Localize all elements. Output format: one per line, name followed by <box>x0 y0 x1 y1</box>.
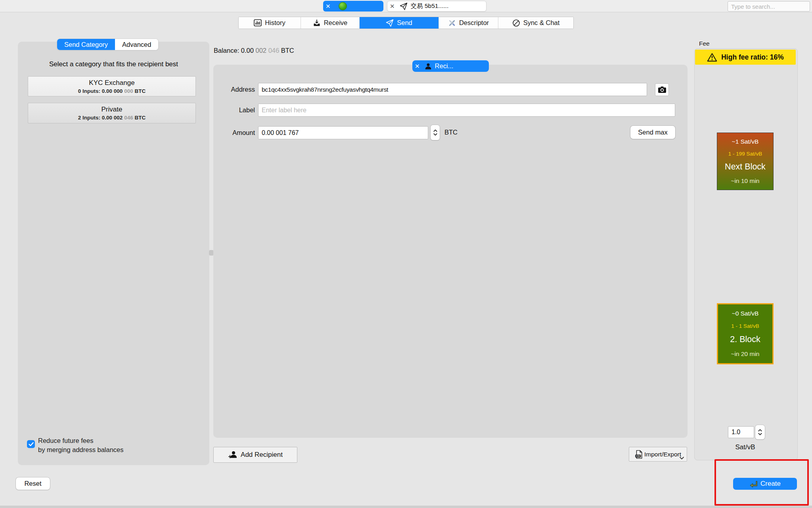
inbox-receive-icon <box>313 19 321 27</box>
category-heading: Select a category that fits the recipien… <box>18 60 209 68</box>
balance-text: Balance: 0.00 002 046 BTC <box>214 47 294 54</box>
fee-rate: ~1 Sat/vB <box>732 138 759 145</box>
fee-eta: ~in 10 min <box>731 177 760 185</box>
amount-label: Amount <box>194 129 255 137</box>
tab-label: Sync & Chat <box>523 19 560 27</box>
fee-name: 2. Block <box>730 335 760 344</box>
reduce-fees-checkbox[interactable] <box>27 440 35 448</box>
send-max-button[interactable]: Send max <box>630 126 675 139</box>
tab-label: Send Category <box>64 41 108 48</box>
camera-icon <box>658 86 666 93</box>
chevron-down-icon <box>679 456 684 460</box>
paper-plane-icon <box>400 2 408 10</box>
tab-history[interactable]: History <box>239 17 301 29</box>
recipient-tab-label: Reci... <box>435 62 454 70</box>
reset-button[interactable]: Reset <box>16 477 50 490</box>
address-label: Address <box>194 86 255 93</box>
create-button[interactable]: Create <box>733 478 797 490</box>
tab-send-category[interactable]: Send Category <box>57 39 115 50</box>
close-icon[interactable]: ✕ <box>387 3 397 9</box>
fee-warning-banner: High fee ratio: 16% <box>695 50 796 65</box>
main-nav-tabs: History Receive Send Descriptor <box>238 17 574 29</box>
tab-label: History <box>265 19 285 27</box>
address-input[interactable] <box>258 83 647 96</box>
fee-rate-unit: Sat/vB <box>717 443 774 451</box>
fee-option-next-block[interactable]: ~1 Sat/vB 1 - 199 Sat/vB Next Block ~in … <box>717 133 774 190</box>
fee-option-2nd-block[interactable]: ~0 Sat/vB 1 - 1 Sat/vB 2. Block ~in 20 m… <box>717 303 774 364</box>
warning-triangle-icon <box>707 53 717 62</box>
fee-eta: ~in 20 min <box>731 350 760 358</box>
tab-label: Receive <box>324 19 348 27</box>
import-export-dropdown[interactable]: CSV Import/Export <box>629 447 687 462</box>
fee-warning-text: High fee ratio: 16% <box>721 53 784 62</box>
import-export-label: Import/Export <box>644 451 681 458</box>
history-chart-icon <box>254 19 262 27</box>
category-balance: 0 Inputs: 0.00 000 000 BTC <box>28 88 195 94</box>
paper-plane-icon <box>386 19 394 27</box>
close-icon[interactable]: ✕ <box>323 3 333 9</box>
amount-stepper[interactable] <box>431 125 440 140</box>
fee-rate-input[interactable] <box>728 426 754 438</box>
fee-panel <box>694 48 798 460</box>
add-recipient-button[interactable]: Add Recipient <box>213 447 297 463</box>
category-title: Private <box>28 106 195 114</box>
amount-input[interactable] <box>258 126 428 139</box>
category-title: KYC Exchange <box>28 79 195 87</box>
transaction-tab-label: 交易 5b51...... <box>411 2 449 10</box>
tab-sync-chat[interactable]: Sync & Chat <box>498 17 573 29</box>
category-private-button[interactable]: Private 2 Inputs: 0.00 002 046 BTC <box>28 103 196 123</box>
fee-name: Next Block <box>725 162 766 172</box>
wallet-window: ✕ ✕ 交易 5b51...... History <box>0 0 812 508</box>
compose-pen-icon <box>512 19 520 27</box>
sidebar-tabs: Send Category Advanced <box>57 38 159 50</box>
fee-range: 1 - 1 Sat/vB <box>731 323 759 329</box>
tab-receive[interactable]: Receive <box>301 17 359 29</box>
add-recipient-label: Add Recipient <box>241 451 283 459</box>
tab-send[interactable]: Send <box>359 17 439 29</box>
recipient-tab[interactable]: ✕ Reci... <box>412 60 489 72</box>
add-person-icon <box>228 450 237 459</box>
tools-icon <box>448 19 456 27</box>
tab-label: Descriptor <box>459 19 489 27</box>
return-arrow-icon <box>749 481 757 487</box>
category-kyc-exchange-button[interactable]: KYC Exchange 0 Inputs: 0.00 000 000 BTC <box>28 76 196 96</box>
scan-qr-camera-button[interactable] <box>655 83 669 96</box>
wallet-tab[interactable]: ✕ <box>323 1 383 12</box>
label-label: Label <box>194 106 255 114</box>
fee-rate: ~0 Sat/vB <box>732 310 759 317</box>
amount-unit: BTC <box>444 129 458 136</box>
label-input[interactable] <box>258 104 675 117</box>
reduce-fees-label: Reduce future fees by merging address ba… <box>38 436 124 454</box>
stepper-arrows-icon <box>433 128 438 137</box>
tab-label: Send <box>397 19 412 27</box>
fee-section-title: Fee <box>699 40 710 47</box>
create-button-label: Create <box>760 480 781 488</box>
transaction-tab[interactable]: ✕ 交易 5b51...... <box>387 1 486 12</box>
csv-file-icon: CSV <box>635 450 643 459</box>
close-icon[interactable]: ✕ <box>412 63 422 69</box>
window-bottom-edge <box>0 506 812 508</box>
fee-range: 1 - 199 Sat/vB <box>728 151 762 157</box>
category-balance: 2 Inputs: 0.00 002 046 BTC <box>28 115 195 121</box>
wallet-status-icon <box>339 2 347 10</box>
check-icon <box>29 442 34 446</box>
svg-text:CSV: CSV <box>636 455 641 457</box>
fee-rate-stepper[interactable] <box>755 425 765 439</box>
tab-advanced[interactable]: Advanced <box>115 39 158 50</box>
person-icon <box>425 63 432 70</box>
tab-descriptor[interactable]: Descriptor <box>439 17 498 29</box>
tab-label: Advanced <box>122 41 151 48</box>
recipient-form-panel <box>213 65 688 438</box>
search-input[interactable] <box>728 1 810 12</box>
stepper-arrows-icon <box>758 427 762 437</box>
